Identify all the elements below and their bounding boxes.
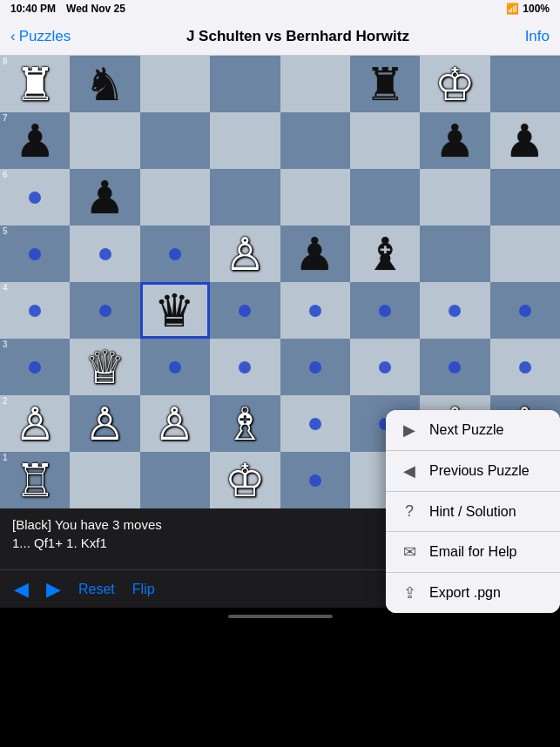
- square-a5[interactable]: 5: [0, 225, 70, 282]
- square-c7[interactable]: [140, 112, 210, 169]
- square-a2[interactable]: 2♙: [0, 395, 70, 452]
- square-h5[interactable]: [490, 225, 560, 282]
- square-b2[interactable]: ♙: [70, 395, 139, 452]
- square-a7[interactable]: 7♟: [0, 112, 70, 169]
- square-a6[interactable]: 6: [0, 169, 70, 225]
- piece-♔-d1: ♔: [225, 458, 266, 503]
- move-dot-a3: [29, 361, 41, 374]
- square-a3[interactable]: 3: [0, 339, 70, 395]
- square-e5[interactable]: ♟: [280, 225, 350, 282]
- square-f4[interactable]: [350, 282, 420, 339]
- square-h8[interactable]: [490, 56, 560, 112]
- back-button[interactable]: ‹ Puzzles: [10, 28, 71, 45]
- square-c6[interactable]: [140, 169, 210, 225]
- square-b1[interactable]: [70, 452, 139, 508]
- menu-item-next-puzzle[interactable]: ▶Next Puzzle: [386, 410, 560, 451]
- square-e3[interactable]: [280, 339, 350, 395]
- reset-button[interactable]: Reset: [78, 582, 115, 597]
- move-dot-e1: [309, 474, 321, 487]
- square-a8[interactable]: 8♜: [0, 56, 70, 112]
- piece-♛-c4: ♛: [154, 288, 195, 333]
- square-a1[interactable]: 1♖: [0, 452, 70, 508]
- move-dot-b5: [99, 248, 111, 260]
- flip-button[interactable]: Flip: [132, 582, 155, 597]
- square-c2[interactable]: ♙: [140, 395, 210, 452]
- rank-label-7: 7: [3, 114, 8, 123]
- square-b8[interactable]: ♞: [70, 56, 139, 112]
- square-f8[interactable]: ♜: [350, 56, 420, 112]
- square-g6[interactable]: [420, 169, 489, 225]
- move-dot-e3: [309, 361, 321, 374]
- battery-label: 100%: [523, 3, 550, 15]
- next-puzzle-icon: ▶: [400, 421, 419, 440]
- square-h7[interactable]: ♟: [490, 112, 560, 169]
- square-d5[interactable]: ♙: [210, 225, 280, 282]
- square-h4[interactable]: [490, 282, 560, 339]
- square-e8[interactable]: [280, 56, 350, 112]
- piece-♙-b2: ♙: [84, 401, 125, 447]
- square-g8[interactable]: ♔: [420, 56, 489, 112]
- square-f7[interactable]: [350, 112, 420, 169]
- piece-♗-d2: ♗: [225, 401, 266, 447]
- piece-♟-h7: ♟: [504, 118, 545, 164]
- square-b7[interactable]: [70, 112, 139, 169]
- square-g7[interactable]: ♟: [420, 112, 489, 169]
- square-b5[interactable]: [70, 225, 139, 282]
- info-button[interactable]: Info: [525, 28, 550, 45]
- square-b3[interactable]: ♕: [70, 339, 139, 395]
- square-d4[interactable]: [210, 282, 280, 339]
- prev-button[interactable]: ◀: [14, 578, 29, 601]
- email-help-label: Email for Help: [429, 544, 516, 560]
- move-dot-h4: [519, 305, 531, 317]
- status-bar-left: 10:40 PM Wed Nov 25: [10, 3, 125, 15]
- square-e4[interactable]: [280, 282, 350, 339]
- menu-item-export-pgn[interactable]: ⇪Export .pgn: [386, 573, 560, 613]
- square-h3[interactable]: [490, 339, 560, 395]
- square-e1[interactable]: [280, 452, 350, 508]
- square-b4[interactable]: [70, 282, 139, 339]
- next-puzzle-label: Next Puzzle: [429, 422, 503, 438]
- hint-icon: ?: [400, 502, 419, 521]
- square-d6[interactable]: [210, 169, 280, 225]
- square-d1[interactable]: ♔: [210, 452, 280, 508]
- chevron-left-icon: ‹: [10, 28, 16, 45]
- menu-item-hint[interactable]: ?Hint / Solution: [386, 492, 560, 532]
- square-g4[interactable]: [420, 282, 489, 339]
- square-f5[interactable]: ♝: [350, 225, 420, 282]
- square-b6[interactable]: ♟: [70, 169, 139, 225]
- square-f6[interactable]: [350, 169, 420, 225]
- prev-puzzle-label: Previous Puzzle: [429, 463, 530, 479]
- piece-♖-a1: ♖: [15, 458, 56, 503]
- status-bar: 10:40 PM Wed Nov 25 📶 100%: [0, 0, 560, 17]
- square-a4[interactable]: 4: [0, 282, 70, 339]
- rank-label-6: 6: [3, 171, 8, 179]
- square-d2[interactable]: ♗: [210, 395, 280, 452]
- square-f3[interactable]: [350, 339, 420, 395]
- square-c1[interactable]: [140, 452, 210, 508]
- piece-♙-c2: ♙: [154, 401, 195, 447]
- date-label: Wed Nov 25: [66, 3, 125, 15]
- next-button[interactable]: ▶: [46, 578, 61, 601]
- square-g3[interactable]: [420, 339, 489, 395]
- square-c4[interactable]: ♛: [140, 282, 210, 339]
- square-d3[interactable]: [210, 339, 280, 395]
- home-bar: [228, 615, 333, 618]
- square-e2[interactable]: [280, 395, 350, 452]
- square-d7[interactable]: [210, 112, 280, 169]
- square-c5[interactable]: [140, 225, 210, 282]
- square-e7[interactable]: [280, 112, 350, 169]
- move-dot-f3: [379, 361, 391, 374]
- menu-item-prev-puzzle[interactable]: ◀Previous Puzzle: [386, 451, 560, 492]
- piece-♟-b6: ♟: [84, 175, 125, 220]
- piece-♞-b8: ♞: [84, 62, 125, 107]
- piece-♜-f8: ♜: [365, 62, 406, 107]
- square-c3[interactable]: [140, 339, 210, 395]
- rank-label-5: 5: [3, 227, 8, 236]
- square-d8[interactable]: [210, 56, 280, 112]
- menu-item-email-help[interactable]: ✉Email for Help: [386, 532, 560, 573]
- square-c8[interactable]: [140, 56, 210, 112]
- piece-♙-d5: ♙: [225, 232, 266, 277]
- square-e6[interactable]: [280, 169, 350, 225]
- square-h6[interactable]: [490, 169, 560, 225]
- square-g5[interactable]: [420, 225, 489, 282]
